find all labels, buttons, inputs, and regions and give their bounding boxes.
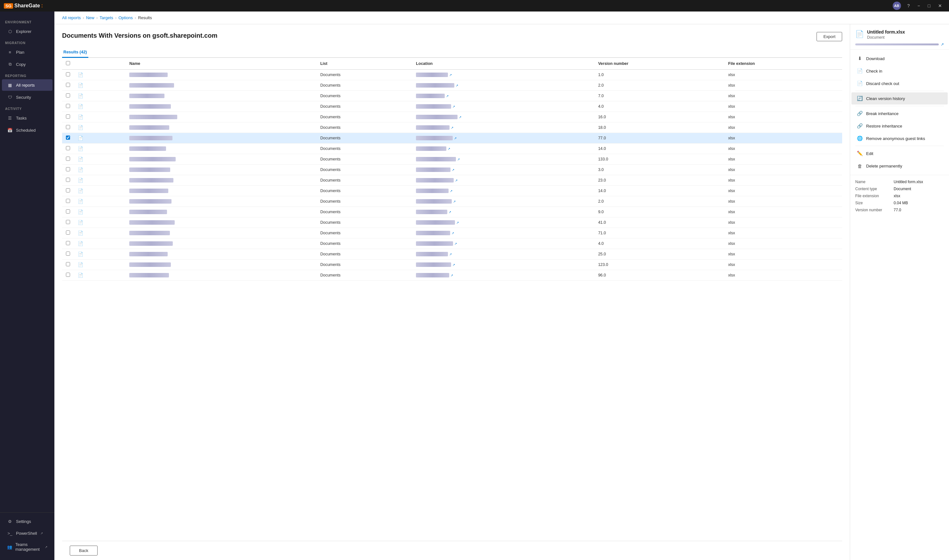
row-location-link[interactable]: ↗	[416, 157, 590, 162]
row-checkbox-cell[interactable]	[62, 207, 74, 217]
rp-action-edit[interactable]: ✏️ Edit	[852, 147, 948, 160]
rp-action-remove_anon[interactable]: 🌐 Remove anonymous guest links	[852, 132, 948, 145]
sidebar-item-powershell[interactable]: >_ PowerShell ↗	[2, 528, 52, 539]
rp-action-check_in[interactable]: 📄 Check in	[852, 65, 948, 77]
file-type-icon: 📄	[78, 93, 83, 98]
rp-action-break_inheritance[interactable]: 🔗 Break inheritance	[852, 108, 948, 120]
rp-action-download[interactable]: ⬇ Download	[852, 52, 948, 65]
sidebar-item-plan[interactable]: ≡ Plan	[2, 46, 52, 58]
row-checkbox-cell[interactable]	[62, 80, 74, 91]
breadcrumb-targets[interactable]: Targets	[100, 15, 113, 20]
rp-action-restore_inheritance[interactable]: 🔗 Restore inheritance	[852, 120, 948, 132]
row-checkbox-cell[interactable]	[62, 270, 74, 281]
sidebar-item-explorer[interactable]: ⬡ Explorer	[2, 26, 52, 37]
row-checkbox[interactable]	[66, 167, 70, 171]
sidebar-item-all-reports[interactable]: ▦ All reports	[2, 79, 52, 91]
row-checkbox[interactable]	[66, 262, 70, 266]
rp-action-delete_permanently[interactable]: 🗑 Delete permanently	[852, 160, 948, 172]
select-all-checkbox[interactable]	[66, 61, 70, 65]
row-checkbox-cell[interactable]	[62, 196, 74, 207]
row-checkbox[interactable]	[66, 241, 70, 245]
sidebar-item-settings[interactable]: ⚙ Settings	[2, 515, 52, 527]
row-checkbox[interactable]	[66, 83, 70, 87]
row-checkbox[interactable]	[66, 146, 70, 150]
row-location-link[interactable]: ↗	[416, 242, 590, 246]
row-checkbox[interactable]	[66, 93, 70, 97]
table-wrapper[interactable]: Name List Location Version number File e…	[62, 58, 842, 541]
row-list-cell: Documents	[316, 102, 412, 112]
row-checkbox[interactable]	[66, 72, 70, 76]
row-location-link[interactable]: ↗	[416, 94, 590, 98]
row-location-link[interactable]: ↗	[416, 104, 590, 109]
row-location-link[interactable]: ↗	[416, 178, 590, 183]
row-checkbox[interactable]	[66, 199, 70, 203]
row-checkbox-cell[interactable]	[62, 260, 74, 270]
row-checkbox[interactable]	[66, 114, 70, 118]
minimize-button[interactable]: −	[914, 2, 923, 9]
row-checkbox[interactable]	[66, 273, 70, 277]
sidebar-item-security[interactable]: 🛡 Security	[2, 91, 52, 103]
row-checkbox-cell[interactable]	[62, 122, 74, 133]
row-file-icon-cell: 📄	[74, 80, 125, 91]
row-checkbox[interactable]	[66, 135, 70, 140]
row-checkbox[interactable]	[66, 209, 70, 214]
row-location-link[interactable]: ↗	[416, 115, 590, 119]
sidebar-item-scheduled[interactable]: 📅 Scheduled	[2, 124, 52, 136]
row-checkbox-cell[interactable]	[62, 102, 74, 112]
row-checkbox-cell[interactable]	[62, 238, 74, 249]
row-location-link[interactable]: ↗	[416, 189, 590, 193]
row-checkbox-cell[interactable]	[62, 154, 74, 165]
row-checkbox[interactable]	[66, 104, 70, 108]
rp-action-discard_checkout[interactable]: 📄 Discard check out	[852, 77, 948, 89]
row-checkbox-cell[interactable]	[62, 228, 74, 238]
row-location-link[interactable]: ↗	[416, 252, 590, 256]
breadcrumb-all-reports[interactable]: All reports	[62, 15, 81, 20]
row-checkbox-cell[interactable]	[62, 133, 74, 143]
sidebar-item-copy[interactable]: ⧉ Copy	[2, 58, 52, 70]
row-checkbox[interactable]	[66, 178, 70, 182]
row-location-link[interactable]: ↗	[416, 210, 590, 214]
maximize-button[interactable]: □	[925, 2, 934, 9]
row-checkbox-cell[interactable]	[62, 112, 74, 122]
row-location-link[interactable]: ↗	[416, 168, 590, 172]
row-checkbox-cell[interactable]	[62, 143, 74, 154]
row-location-link[interactable]: ↗	[416, 262, 590, 267]
row-checkbox[interactable]	[66, 188, 70, 192]
row-checkbox[interactable]	[66, 125, 70, 129]
row-checkbox-cell[interactable]	[62, 91, 74, 102]
row-checkbox[interactable]	[66, 252, 70, 256]
row-checkbox-cell[interactable]	[62, 175, 74, 186]
row-location-link[interactable]: ↗	[416, 146, 590, 151]
row-checkbox-cell[interactable]	[62, 186, 74, 196]
row-checkbox[interactable]	[66, 157, 70, 161]
file-type-icon: 📄	[78, 220, 83, 225]
export-button[interactable]: Export	[816, 32, 842, 41]
row-location-link[interactable]: ↗	[416, 136, 590, 140]
row-location-link[interactable]: ↗	[416, 220, 590, 225]
row-checkbox-cell[interactable]	[62, 70, 74, 80]
breadcrumb-options[interactable]: Options	[118, 15, 133, 20]
back-button[interactable]: Back	[70, 546, 97, 555]
row-checkbox[interactable]	[66, 231, 70, 235]
sidebar-item-tasks[interactable]: ☰ Tasks	[2, 112, 52, 124]
row-location-link[interactable]: ↗	[416, 72, 590, 77]
col-select-all[interactable]	[62, 58, 74, 70]
row-location-link[interactable]: ↗	[416, 199, 590, 204]
row-checkbox[interactable]	[66, 220, 70, 224]
row-checkbox-cell[interactable]	[62, 217, 74, 228]
row-checkbox-cell[interactable]	[62, 249, 74, 260]
rp-external-link[interactable]: ↗	[941, 42, 944, 47]
row-list-cell: Documents	[316, 175, 412, 186]
help-button[interactable]: ?	[904, 2, 913, 9]
sidebar-item-teams-management[interactable]: 👥 Teams management ↗	[2, 539, 52, 555]
row-location-link[interactable]: ↗	[416, 231, 590, 235]
row-location-link[interactable]: ↗	[416, 125, 590, 130]
row-checkbox-cell[interactable]	[62, 165, 74, 175]
rp-action-clean_version[interactable]: 🔄 Clean version history	[852, 92, 948, 105]
row-location-link[interactable]: ↗	[416, 83, 590, 88]
breadcrumb-new[interactable]: New	[86, 15, 94, 20]
tab-results[interactable]: Results (42)	[62, 47, 88, 58]
close-button[interactable]: ✕	[935, 2, 945, 9]
row-location-link[interactable]: ↗	[416, 273, 590, 277]
external-link-icon: ↗	[446, 94, 449, 98]
